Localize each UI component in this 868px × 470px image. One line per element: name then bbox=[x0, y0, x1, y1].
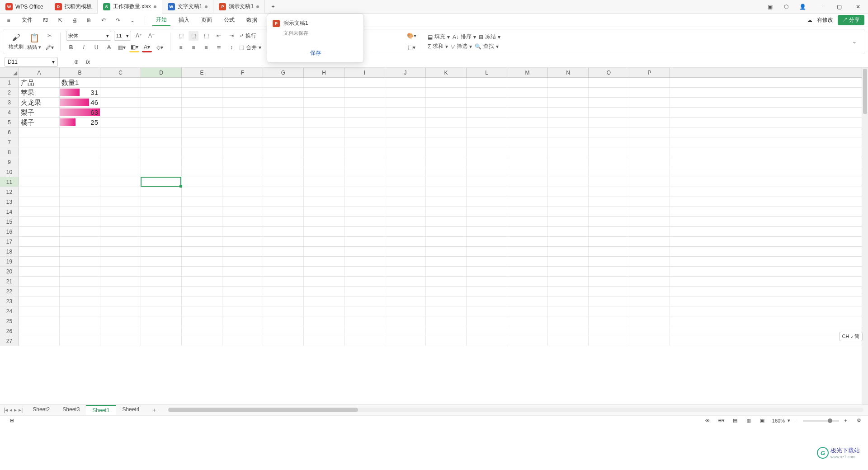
row-header[interactable]: 25 bbox=[0, 316, 19, 326]
cell[interactable] bbox=[507, 296, 548, 306]
cell[interactable] bbox=[60, 147, 100, 157]
expand-formula-icon[interactable]: ⊕ bbox=[71, 57, 81, 67]
print-preview-icon[interactable]: 🗎 bbox=[84, 15, 94, 25]
cell[interactable] bbox=[100, 98, 141, 107]
cell[interactable] bbox=[222, 98, 263, 107]
column-header[interactable]: N bbox=[548, 68, 589, 77]
cell[interactable] bbox=[629, 98, 670, 107]
cell[interactable] bbox=[100, 167, 141, 177]
cell[interactable] bbox=[426, 257, 467, 266]
cell[interactable] bbox=[222, 287, 263, 296]
cell[interactable] bbox=[182, 187, 222, 197]
view-target-icon[interactable]: ⊕▾ bbox=[718, 418, 725, 423]
column-header[interactable]: H bbox=[304, 68, 344, 77]
cell[interactable] bbox=[507, 177, 548, 187]
cell[interactable] bbox=[141, 157, 182, 167]
cell[interactable] bbox=[548, 157, 589, 167]
tab-wps-office[interactable]: WWPS Office bbox=[0, 0, 49, 14]
cell[interactable] bbox=[426, 296, 467, 306]
cell[interactable] bbox=[385, 78, 426, 87]
minimize-button[interactable]: — bbox=[814, 0, 826, 13]
cell[interactable] bbox=[141, 237, 182, 246]
cell[interactable] bbox=[344, 296, 385, 306]
dropdown-arrow-icon[interactable]: ⌄ bbox=[127, 15, 137, 25]
cell[interactable] bbox=[141, 137, 182, 147]
cell[interactable] bbox=[548, 177, 589, 187]
cell[interactable] bbox=[182, 316, 222, 326]
tab-presentation[interactable]: P演示文稿1 bbox=[213, 0, 265, 14]
cell[interactable] bbox=[141, 287, 182, 296]
cell[interactable] bbox=[629, 247, 670, 256]
cell[interactable] bbox=[589, 207, 629, 216]
cell[interactable] bbox=[426, 277, 467, 286]
cell[interactable] bbox=[222, 157, 263, 167]
cell[interactable] bbox=[385, 207, 426, 216]
cell[interactable] bbox=[263, 227, 304, 236]
cell[interactable] bbox=[385, 88, 426, 97]
zoom-in-icon[interactable]: ＋ bbox=[842, 417, 849, 424]
cell[interactable] bbox=[548, 98, 589, 107]
cell[interactable] bbox=[304, 147, 344, 157]
cell[interactable] bbox=[182, 137, 222, 147]
cell[interactable] bbox=[344, 127, 385, 137]
cell[interactable] bbox=[263, 197, 304, 207]
cell[interactable] bbox=[589, 267, 629, 276]
cell[interactable] bbox=[304, 207, 344, 216]
cell[interactable] bbox=[426, 118, 467, 127]
cell[interactable] bbox=[629, 287, 670, 296]
cell[interactable] bbox=[19, 157, 60, 167]
cell[interactable] bbox=[426, 207, 467, 216]
cell[interactable] bbox=[19, 217, 60, 226]
cell[interactable] bbox=[222, 336, 263, 346]
cell[interactable] bbox=[100, 197, 141, 207]
vertical-scrollbar[interactable] bbox=[862, 68, 868, 404]
cell[interactable] bbox=[467, 157, 507, 167]
tab-templates[interactable]: D找稻壳模板 bbox=[49, 0, 98, 14]
cell[interactable] bbox=[385, 217, 426, 226]
cell[interactable] bbox=[426, 306, 467, 316]
cell[interactable] bbox=[60, 336, 100, 346]
cell[interactable] bbox=[304, 287, 344, 296]
cell[interactable] bbox=[60, 257, 100, 266]
cell[interactable] bbox=[589, 118, 629, 127]
cell[interactable] bbox=[507, 147, 548, 157]
row-header[interactable]: 12 bbox=[0, 187, 19, 197]
cell[interactable] bbox=[467, 98, 507, 107]
cell[interactable] bbox=[507, 167, 548, 177]
cell[interactable] bbox=[19, 306, 60, 316]
cell[interactable] bbox=[263, 88, 304, 97]
cell[interactable] bbox=[141, 78, 182, 87]
cell[interactable] bbox=[344, 137, 385, 147]
cell[interactable] bbox=[60, 267, 100, 276]
cell[interactable] bbox=[100, 157, 141, 167]
bold-button[interactable]: B bbox=[66, 42, 76, 52]
sort-button[interactable]: A↓ 排序 ▾ bbox=[453, 33, 476, 41]
column-header[interactable]: P bbox=[629, 68, 670, 77]
cell[interactable] bbox=[100, 267, 141, 276]
cell[interactable] bbox=[222, 118, 263, 127]
redo-icon[interactable]: ↷ bbox=[113, 15, 123, 25]
spreadsheet-grid[interactable]: ◢ ABCDEFGHIJKLMNOP 1产品数量12苹果313火龙果464梨子6… bbox=[0, 68, 868, 404]
column-header[interactable]: O bbox=[589, 68, 629, 77]
save-icon[interactable]: 🖫 bbox=[41, 15, 51, 25]
cell[interactable] bbox=[467, 227, 507, 236]
cell[interactable] bbox=[385, 316, 426, 326]
cell[interactable] bbox=[304, 267, 344, 276]
cell[interactable] bbox=[629, 177, 670, 187]
cell[interactable] bbox=[263, 257, 304, 266]
cell[interactable] bbox=[426, 98, 467, 107]
sheet-last-icon[interactable]: ▸| bbox=[19, 407, 23, 413]
cell[interactable] bbox=[304, 118, 344, 127]
new-tab-button[interactable]: ＋ bbox=[265, 0, 281, 14]
cell[interactable] bbox=[344, 147, 385, 157]
status-menu-icon[interactable]: ⊞ bbox=[8, 418, 15, 423]
cell[interactable] bbox=[467, 207, 507, 216]
cell[interactable] bbox=[344, 336, 385, 346]
column-header[interactable]: J bbox=[385, 68, 426, 77]
cell[interactable] bbox=[589, 296, 629, 306]
paste-button[interactable]: 📋粘贴 ▾ bbox=[27, 33, 41, 51]
cell[interactable] bbox=[141, 326, 182, 336]
cell[interactable] bbox=[19, 167, 60, 177]
cell[interactable] bbox=[100, 326, 141, 336]
cell[interactable] bbox=[19, 296, 60, 306]
